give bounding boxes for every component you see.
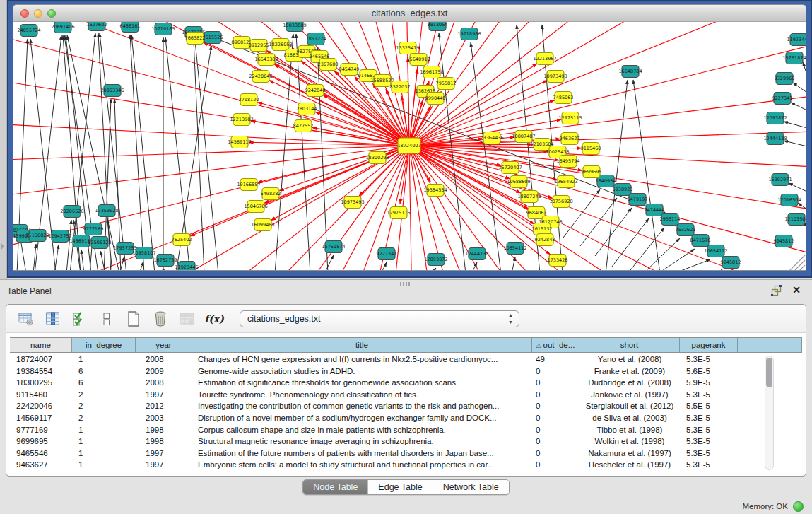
graph-node[interactable]: 11923446 [787, 34, 806, 46]
graph-node[interactable]: 20691406 [51, 22, 74, 33]
graph-node[interactable]: 8471676 [690, 235, 711, 247]
table-row[interactable]: 1830029562008Estimation of significance … [10, 377, 761, 389]
graph-node[interactable]: 15751874 [782, 52, 806, 64]
graph-node[interactable]: 10958107 [132, 247, 155, 259]
graph-node[interactable]: 11923446 [175, 262, 198, 271]
table-cell[interactable]: 6 [72, 377, 136, 389]
table-cell[interactable]: Corpus callosum shape and size in male p… [192, 424, 532, 436]
table-cell[interactable]: 0 [532, 400, 579, 412]
table-cell[interactable]: 2 [72, 412, 136, 424]
graph-node[interactable]: 15720407 [498, 162, 522, 174]
graph-node[interactable]: 11156829 [25, 230, 49, 242]
memory-status-indicator[interactable] [793, 501, 804, 512]
table-cell[interactable]: 0 [532, 436, 579, 448]
graph-node[interactable]: 16099485 [251, 219, 274, 231]
table-cell[interactable]: 1 [72, 424, 136, 436]
graph-node[interactable]: 12213983 [230, 114, 253, 126]
graph-node[interactable]: 17016504 [777, 194, 801, 206]
graph-node[interactable]: 23364436 [480, 132, 503, 144]
graph-node[interactable]: 10807487 [512, 131, 535, 143]
graph-node[interactable]: 19384554 [423, 185, 447, 197]
table-cell[interactable]: 0 [532, 459, 579, 471]
table-cell[interactable]: 5.3E-5 [680, 389, 738, 401]
graph-node[interactable]: 16543382 [254, 54, 278, 66]
graph-node[interactable]: 12444138 [465, 248, 488, 260]
graph-node[interactable]: 9242848 [305, 85, 326, 97]
graph-node[interactable]: 9474444 [645, 204, 665, 216]
table-cell[interactable]: 5.3E-5 [680, 424, 738, 436]
tab-network-table[interactable]: Network Table [433, 480, 509, 494]
graph-node[interactable]: 6466161 [120, 22, 141, 33]
graph-node[interactable]: 10688609 [507, 176, 530, 188]
table-cell[interactable]: Structural magnetic resonance image aver… [192, 436, 532, 448]
table-cell[interactable]: 1997 [136, 389, 192, 401]
clear-selection-icon[interactable] [98, 310, 115, 327]
graph-node[interactable]: 12942757 [48, 230, 71, 243]
table-cell[interactable]: 14569117 [10, 412, 72, 424]
graph-node[interactable]: 9990448 [425, 93, 446, 105]
table-cell[interactable]: 0 [532, 389, 579, 401]
graph-node[interactable]: 2718120 [239, 94, 259, 106]
graph-node[interactable]: 19218986 [457, 28, 481, 40]
graph-node[interactable]: 7515526 [203, 32, 223, 44]
graph-node[interactable]: 9227341 [377, 248, 397, 260]
graph-node[interactable]: 7857224 [306, 33, 326, 45]
left-panel-divider[interactable] [0, 0, 7, 279]
column-header-name[interactable]: name [10, 338, 72, 352]
table-cell[interactable]: 1 [72, 448, 136, 460]
table-cell[interactable]: 1998 [136, 436, 192, 448]
table-cell[interactable]: Stergiakouli et al. (2012) [579, 400, 680, 412]
graph-node[interactable]: 10973493 [543, 71, 567, 83]
table-cell[interactable]: 0 [532, 412, 579, 424]
graph-node[interactable]: 8912955 [249, 40, 269, 52]
table-cell[interactable]: Tourette syndrome. Phenomenology and cla… [192, 389, 532, 401]
table-row[interactable]: 2242004622012Investigating the contribut… [10, 400, 761, 412]
graph-node[interactable]: 13325419 [396, 42, 419, 54]
table-cell[interactable]: 1 [72, 354, 136, 366]
float-panel-icon[interactable] [771, 285, 782, 296]
graph-node[interactable]: 10756928 [549, 196, 572, 208]
close-panel-icon[interactable]: ✕ [792, 284, 801, 296]
graph-node[interactable]: 16033809 [283, 22, 306, 32]
graph-node[interactable]: 2367608 [318, 59, 339, 71]
graph-node[interactable]: 12505123 [88, 237, 111, 249]
graph-node[interactable]: 9242848 [535, 234, 555, 246]
table-cell[interactable]: 5.6E-5 [680, 366, 738, 378]
column-header-short[interactable]: short [579, 338, 680, 352]
table-cell[interactable]: 5.3E-5 [680, 412, 738, 424]
network-window-titlebar[interactable]: citations_edges.txt [13, 4, 806, 21]
table-cell[interactable]: Embryonic stem cells: a model to study s… [192, 459, 532, 471]
graph-node[interactable]: 15992971 [768, 174, 792, 186]
graph-node[interactable]: 9227341 [772, 93, 793, 105]
tab-node-table[interactable]: Node Table [303, 480, 368, 494]
table-cell[interactable]: 5.5E-5 [680, 400, 738, 412]
table-row[interactable]: 946554611997Estimation of the future num… [10, 448, 761, 460]
graph-node[interactable]: 7625402 [172, 234, 192, 246]
network-canvas[interactable]: 2405572420691406152760264661611071918516… [13, 21, 806, 271]
tab-edge-table[interactable]: Edge Table [368, 480, 433, 494]
table-row[interactable]: 1938455462009Genome-wide association stu… [10, 366, 761, 378]
table-cell[interactable]: Tibbo et al. (1998) [579, 424, 680, 436]
graph-node[interactable]: 9329966 [775, 73, 795, 85]
graph-node[interactable]: 14569117 [228, 136, 251, 148]
table-cell[interactable]: Disruption of a novel member of a sodium… [192, 412, 532, 424]
graph-node[interactable]: 22420046 [249, 71, 272, 83]
graph-node[interactable]: 10973493 [341, 197, 364, 209]
table-cell[interactable]: Estimation of the future numbers of pati… [192, 448, 532, 460]
table-cell[interactable]: Estimation of significance thresholds fo… [192, 377, 532, 389]
table-cell[interactable]: 2008 [136, 377, 192, 389]
table-cell[interactable]: 2003 [136, 412, 192, 424]
table-cell[interactable]: Hescheler et al. (1997) [579, 459, 680, 471]
table-cell[interactable]: 9115460 [10, 389, 72, 401]
table-row[interactable]: 911546021997Tourette syndrome. Phenomeno… [10, 389, 761, 401]
table-settings-icon[interactable] [18, 310, 35, 327]
table-cell[interactable]: 9777169 [10, 424, 72, 436]
graph-node[interactable]: 2935114 [660, 214, 681, 226]
graph-node[interactable]: 15751874 [322, 241, 345, 253]
graph-node[interactable]: 8454749 [339, 64, 360, 76]
graph-node[interactable]: 18300295 [365, 152, 389, 164]
window-resize-grip-icon[interactable] [789, 255, 805, 271]
graph-node[interactable]: 10654112 [704, 245, 727, 257]
table-cell[interactable]: 2012 [136, 400, 192, 412]
table-cell[interactable]: 6 [72, 366, 136, 378]
